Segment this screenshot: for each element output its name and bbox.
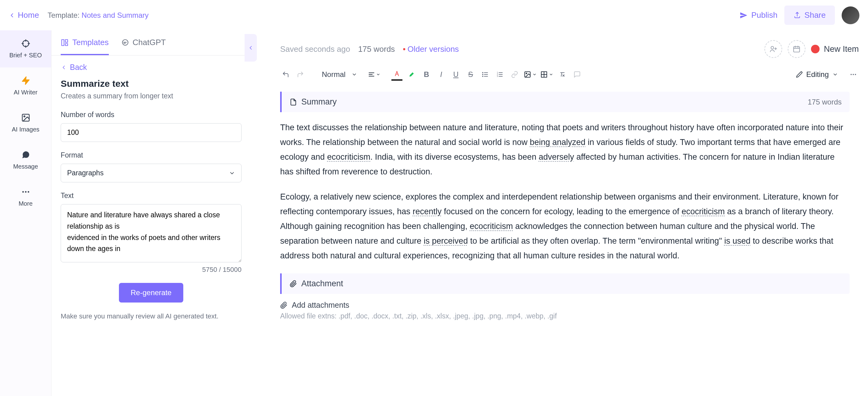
font-color-button[interactable] xyxy=(392,68,402,81)
attachment-block-header: Attachment xyxy=(280,273,849,294)
sidebar-item-ai-writer[interactable]: AI Writer xyxy=(0,67,51,104)
home-link[interactable]: Home xyxy=(8,10,39,20)
back-link[interactable]: Back xyxy=(61,63,242,72)
avatar[interactable] xyxy=(842,6,860,24)
svg-point-8 xyxy=(24,116,25,117)
schedule-button[interactable] xyxy=(788,40,805,58)
strikethrough-button[interactable]: S xyxy=(465,68,476,81)
align-button[interactable] xyxy=(368,71,380,78)
svg-point-43 xyxy=(853,74,854,75)
template-info: Template: Notes and Summary xyxy=(48,11,148,20)
char-count: 5750 / 15000 xyxy=(61,266,242,274)
panel-description: Creates a summary from longer text xyxy=(61,92,242,100)
bullet-list-button[interactable] xyxy=(480,68,491,81)
paperclip-icon xyxy=(290,280,297,287)
collapse-panel-button[interactable] xyxy=(245,34,257,62)
add-collaborator-button[interactable] xyxy=(765,40,782,58)
panel-title: Summarize text xyxy=(61,79,242,89)
format-select[interactable]: Paragraphs xyxy=(61,164,242,182)
regenerate-button[interactable]: Re-generate xyxy=(119,283,183,303)
editor-content[interactable]: Summary 175 words The text discusses the… xyxy=(262,86,868,396)
svg-rect-13 xyxy=(65,39,68,42)
svg-text:3: 3 xyxy=(497,75,498,77)
num-words-label: Number of words xyxy=(61,111,242,119)
tab-templates[interactable]: Templates xyxy=(61,38,109,55)
summary-paragraph-2[interactable]: Ecology, a relatively new science, explo… xyxy=(280,189,849,263)
table-button[interactable] xyxy=(540,71,553,78)
format-label: Format xyxy=(61,151,242,159)
paperclip-icon xyxy=(280,302,287,309)
text-label: Text xyxy=(61,191,242,200)
summary-paragraph-1[interactable]: The text discusses the relationship betw… xyxy=(280,120,849,179)
highlight-button[interactable] xyxy=(406,68,417,81)
more-options-button[interactable] xyxy=(848,68,859,81)
share-button[interactable]: Share xyxy=(784,5,835,25)
svg-point-27 xyxy=(483,76,483,77)
svg-point-11 xyxy=(28,191,29,193)
editing-mode-select[interactable]: Editing xyxy=(790,68,844,81)
svg-rect-14 xyxy=(65,43,68,46)
svg-point-44 xyxy=(855,74,856,75)
comment-button[interactable] xyxy=(571,68,583,81)
left-sidebar: Brief + SEO AI Writer AI Images Message … xyxy=(0,30,52,396)
new-item-button[interactable]: New Item xyxy=(811,44,859,54)
svg-point-15 xyxy=(771,46,774,49)
sidebar-item-brief-seo[interactable]: Brief + SEO xyxy=(0,30,51,67)
saved-status: Saved seconds ago xyxy=(280,44,350,54)
svg-point-26 xyxy=(483,74,483,75)
numbered-list-button[interactable]: 123 xyxy=(494,68,505,81)
svg-point-42 xyxy=(850,74,852,75)
svg-rect-12 xyxy=(62,39,64,46)
home-label: Home xyxy=(18,10,39,20)
bold-button[interactable]: B xyxy=(421,68,432,81)
svg-point-38 xyxy=(526,73,527,74)
older-versions-link[interactable]: •Older versions xyxy=(403,44,459,54)
word-count-top: 175 words xyxy=(358,44,395,54)
add-attachments-button[interactable]: Add attachments xyxy=(280,301,849,310)
num-words-input[interactable] xyxy=(61,123,242,142)
block-style-select[interactable]: Normal xyxy=(317,70,357,79)
svg-point-25 xyxy=(483,72,483,73)
undo-button[interactable] xyxy=(280,68,291,81)
top-bar: Home Template: Notes and Summary Publish… xyxy=(0,0,868,30)
svg-rect-18 xyxy=(794,47,800,52)
attachment-label: Attachment xyxy=(301,279,343,288)
template-name-link[interactable]: Notes and Summary xyxy=(82,11,149,19)
text-textarea[interactable] xyxy=(61,204,242,262)
summary-title: Summary xyxy=(301,97,337,106)
sidebar-item-message[interactable]: Message xyxy=(0,142,51,179)
svg-point-9 xyxy=(22,191,24,193)
svg-point-10 xyxy=(25,191,26,193)
summary-block-header: Summary 175 words xyxy=(280,92,849,112)
redo-button[interactable] xyxy=(295,68,306,81)
review-note: Make sure you manually review all AI gen… xyxy=(61,311,242,321)
chevron-down-icon xyxy=(229,170,235,176)
svg-marker-6 xyxy=(22,77,29,85)
new-item-dot-icon xyxy=(811,45,819,53)
clear-format-button[interactable] xyxy=(557,68,568,81)
tab-chatgpt[interactable]: ChatGPT xyxy=(121,38,166,55)
editor-area: Saved seconds ago 175 words •Older versi… xyxy=(251,30,868,396)
sidebar-item-more[interactable]: More xyxy=(0,179,51,216)
summary-word-count: 175 words xyxy=(808,98,842,106)
sidebar-item-ai-images[interactable]: AI Images xyxy=(0,104,51,142)
publish-button[interactable]: Publish xyxy=(740,10,777,20)
side-panel: Templates ChatGPT Back Summarize text Cr… xyxy=(52,30,251,396)
italic-button[interactable]: I xyxy=(436,68,446,81)
allowed-extensions: Allowed file extns: .pdf, .doc, .docx, .… xyxy=(280,312,849,320)
editor-toolbar: Normal B I U S 123 Editing xyxy=(262,63,868,86)
underline-button[interactable]: U xyxy=(450,68,461,81)
image-button[interactable] xyxy=(524,71,537,78)
link-button[interactable] xyxy=(509,68,520,81)
document-icon xyxy=(290,98,297,106)
